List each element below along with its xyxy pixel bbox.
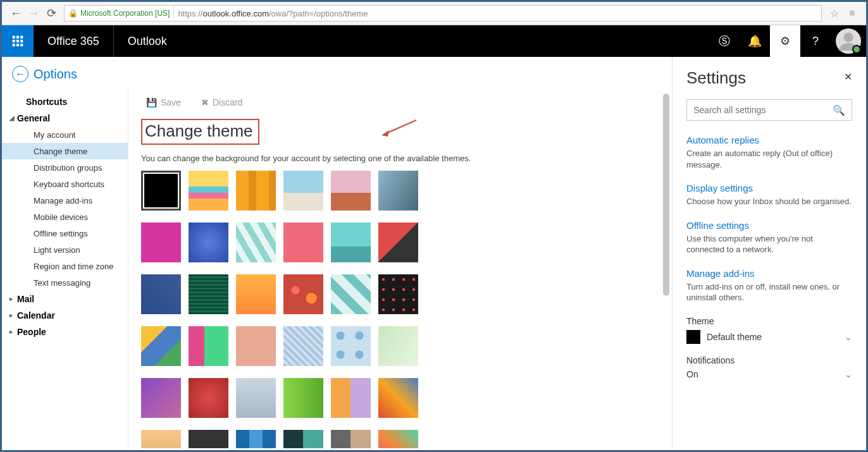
theme-tile[interactable] [331,223,371,262]
theme-tile[interactable] [236,326,276,366]
sidebar-item[interactable]: Region and time zone [2,258,128,274]
settings-link-desc: Create an automatic reply (Out of office… [686,148,852,170]
sidebar-group-calendar[interactable]: ▸Calendar [2,307,128,324]
svg-rect-1 [16,36,19,39]
scrollbar-track[interactable] [662,89,671,448]
sidebar-group-general[interactable]: ◢General [2,110,128,126]
annotation-arrow [381,119,419,138]
browser-menu-icon[interactable]: ≡ [843,4,861,22]
settings-link-desc: Choose how your Inbox should be organise… [686,196,852,207]
scrollbar-thumb[interactable] [663,94,669,296]
settings-title: Settings [686,68,852,88]
theme-tile[interactable] [283,326,323,366]
theme-tile[interactable] [141,223,181,262]
theme-tile[interactable] [141,430,181,448]
sidebar-item[interactable]: Distribution groups [2,159,128,176]
forward-button[interactable]: → [25,4,42,22]
theme-tile[interactable] [141,326,181,366]
avatar[interactable] [836,28,861,54]
theme-selector[interactable]: Default theme ⌄ [686,330,852,344]
theme-tile[interactable] [331,274,371,314]
sidebar-item[interactable]: Change theme [2,143,128,159]
theme-tile[interactable] [236,171,276,211]
theme-tile[interactable] [283,274,323,314]
settings-link-desc: Use this computer when you're not connec… [686,233,852,255]
settings-link[interactable]: Manage add-ins [686,268,852,279]
options-header[interactable]: ← Options [2,57,672,89]
sidebar-group-people[interactable]: ▸People [2,324,128,340]
theme-tile[interactable] [331,378,371,418]
discard-button[interactable]: ✖Discard [201,97,242,107]
theme-tile[interactable] [283,171,323,211]
theme-tile[interactable] [378,430,418,448]
skype-icon[interactable]: Ⓢ [709,25,740,57]
help-icon[interactable]: ? [800,25,831,57]
settings-link[interactable]: Automatic replies [686,135,852,145]
app-title[interactable]: Outlook [114,35,181,48]
svg-rect-4 [16,40,19,42]
notifications-section-label: Notifications [686,355,852,365]
theme-tile[interactable] [378,171,418,211]
theme-tile[interactable] [378,326,418,366]
sidebar-item[interactable]: Mobile devices [2,209,128,225]
back-arrow-icon[interactable]: ← [12,66,28,82]
sidebar-shortcuts[interactable]: Shortcuts [2,94,128,110]
svg-rect-8 [20,44,23,46]
theme-tile[interactable] [283,223,323,262]
theme-tile[interactable] [236,223,276,262]
notifications-selector[interactable]: On ⌄ [686,369,852,379]
back-button[interactable]: ← [7,4,25,22]
theme-tile[interactable] [141,274,181,314]
theme-tile[interactable] [331,171,371,211]
svg-rect-3 [13,40,15,42]
url-bar[interactable]: 🔒 Microsoft Corporation [US] https://out… [64,5,822,21]
sidebar-item[interactable]: Offline settings [2,225,128,241]
close-icon[interactable]: ✕ [844,71,852,83]
sidebar-item[interactable]: Text messaging [2,274,128,291]
theme-tile[interactable] [141,378,181,418]
lock-icon: 🔒 Microsoft Corporation [US] [65,6,174,21]
svg-rect-7 [16,44,19,46]
notifications-icon[interactable]: 🔔 [740,25,770,57]
theme-tile[interactable] [236,430,276,448]
theme-tile[interactable] [331,326,371,366]
bookmark-icon[interactable]: ☆ [826,4,843,22]
theme-tile[interactable] [378,274,418,314]
theme-tile[interactable] [378,378,418,418]
content-area: 💾Save ✖Discard Change theme You can chan… [128,89,672,448]
theme-tile[interactable] [189,326,228,366]
theme-tile[interactable] [236,378,276,418]
svg-marker-11 [381,130,389,137]
theme-tile[interactable] [189,171,228,211]
settings-search-input[interactable] [693,105,833,115]
search-icon[interactable]: 🔍 [833,104,845,116]
page-description: You can change the background for your a… [141,154,659,163]
theme-tile[interactable] [189,274,228,314]
theme-tile[interactable] [189,378,228,418]
app-launcher[interactable] [2,25,34,57]
settings-link[interactable]: Offline settings [686,220,852,231]
settings-gear-icon[interactable]: ⚙ [770,25,800,57]
theme-tile[interactable] [331,430,371,448]
sidebar-item[interactable]: Manage add-ins [2,192,128,209]
theme-tile[interactable] [283,430,323,448]
save-icon: 💾 [146,97,157,107]
theme-tile[interactable] [189,430,228,448]
theme-tile[interactable] [189,223,228,262]
sidebar-item[interactable]: Keyboard shortcuts [2,176,128,192]
theme-tile[interactable] [141,171,181,211]
svg-rect-6 [13,44,15,46]
brand-title[interactable]: Office 365 [34,25,114,57]
settings-search[interactable]: 🔍 [686,99,852,121]
settings-panel: Settings ✕ 🔍 Automatic repliesCreate an … [673,57,866,448]
save-button[interactable]: 💾Save [146,97,181,107]
theme-tile[interactable] [378,223,418,262]
sidebar-item[interactable]: Light version [2,241,128,258]
page-title: Change theme [141,119,259,145]
settings-link[interactable]: Display settings [686,183,852,193]
sidebar-item[interactable]: My account [2,126,128,143]
sidebar-group-mail[interactable]: ▸Mail [2,291,128,307]
theme-tile[interactable] [236,274,276,314]
theme-tile[interactable] [283,378,323,418]
reload-button[interactable]: ⟳ [42,4,60,22]
